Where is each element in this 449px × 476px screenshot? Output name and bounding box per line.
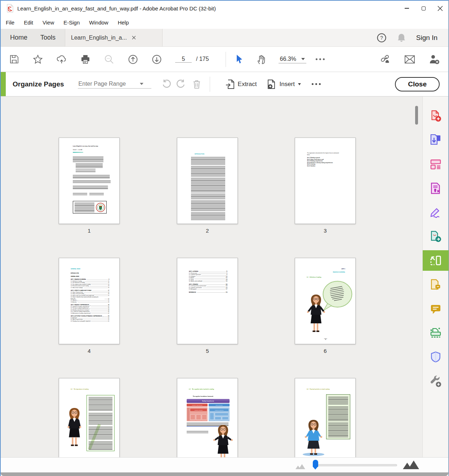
zoom-out-thumbnails-icon[interactable] — [299, 464, 305, 469]
rotate-counterclockwise-icon[interactable] — [161, 78, 172, 90]
sidebar-item-combine-files[interactable] — [423, 152, 449, 176]
toc-row: 2.6. Activities26 — [71, 301, 109, 303]
menu-view[interactable]: View — [43, 19, 54, 26]
tab-document[interactable]: Learn_English_in_a... — [65, 29, 163, 46]
thumbnail-size-slider-handle[interactable] — [313, 460, 318, 467]
page-number-input[interactable] — [175, 56, 192, 63]
select-cursor-icon[interactable] — [234, 54, 245, 65]
send-file-icon — [430, 230, 442, 243]
sidebar-item-edit-pdf[interactable] — [423, 176, 449, 200]
page-number-box: / 175 — [175, 56, 209, 63]
sidebar-item-scan-and-ocr[interactable] — [423, 321, 449, 345]
page-5-content: UNIT 5. LISTENING715.1. Pronunciation715… — [177, 258, 238, 344]
units-summary-list: The organization is documented in the ch… — [307, 152, 345, 167]
zoom-level-value: 66.3% — [280, 56, 296, 62]
teacher-character — [213, 424, 234, 457]
page-2-content: INTRODUCTION — [177, 138, 238, 224]
sidebar-item-create-pdf[interactable] — [423, 104, 449, 128]
page-thumbnail[interactable]: GENERAL INDEX INTRODUCCIÓNGENERAL INDEXU… — [59, 258, 120, 344]
cloud-upload-icon[interactable] — [56, 54, 67, 65]
sidebar-item-more-tools[interactable] — [423, 369, 449, 393]
page-thumbnail[interactable]: UNIT 5. LISTENING715.1. Pronunciation715… — [177, 258, 238, 344]
save-icon[interactable] — [9, 54, 19, 65]
menu-file[interactable]: File — [6, 19, 14, 26]
sidebar-item-organize-pages[interactable] — [423, 250, 449, 271]
legal-block — [73, 186, 108, 189]
page-range-input[interactable] — [79, 81, 140, 87]
tab-close-icon[interactable] — [132, 36, 136, 40]
delete-pages-icon[interactable] — [191, 78, 203, 90]
sign-in-button[interactable]: Sign In — [416, 34, 437, 42]
graphic-caption — [187, 431, 208, 434]
insert-icon — [267, 79, 276, 89]
page-thumbnail[interactable]: UNIT 1 READING IN GENERAL 1.1 Definition… — [295, 258, 356, 344]
minimize-icon — [405, 8, 409, 9]
page-thumbnail[interactable]: 1.4 Practical activities to teach readin… — [295, 378, 356, 457]
fill-sign-icon — [430, 206, 442, 219]
sidebar-item-protect[interactable] — [423, 345, 449, 369]
combine-files-icon — [430, 158, 442, 170]
more-tools-ellipsis[interactable] — [316, 58, 325, 60]
star-favorite-icon[interactable] — [32, 54, 43, 65]
rotate-clockwise-icon[interactable] — [175, 78, 187, 90]
sidebar-item-send-a-file[interactable] — [423, 224, 449, 248]
toc-row: 6.3. Acting game157 — [189, 288, 227, 290]
previous-page-icon[interactable] — [128, 54, 138, 65]
paragraph — [191, 166, 225, 176]
organize-pages-icon — [429, 254, 442, 267]
diagram-right-node: Word Recognition — [209, 404, 230, 407]
maximize-button[interactable] — [415, 1, 432, 16]
notifications-bell-icon[interactable] — [397, 33, 406, 43]
zoom-level-dropdown[interactable]: 66.3% — [279, 55, 306, 63]
diagram-sub-box — [222, 417, 228, 420]
svg-text:?: ? — [380, 35, 383, 41]
sidebar-item-comment[interactable] — [423, 297, 449, 321]
cognitive-framework-diagram: Reading Comprehension Language Comprehen… — [187, 399, 230, 421]
toolbar-right-group — [380, 54, 440, 65]
sidebar-item-fill-and-sign[interactable] — [423, 200, 449, 224]
zoom-in-thumbnails-icon[interactable] — [408, 461, 419, 469]
insert-button[interactable]: Insert — [267, 79, 301, 89]
section-heading: 1.4 Practical activities to teach readin… — [307, 389, 329, 390]
email-icon[interactable] — [404, 54, 415, 65]
page-thumbnail[interactable]: INTRODUCTION — [177, 138, 238, 224]
export-pdf-icon — [430, 134, 442, 146]
extract-button[interactable]: Extract — [225, 79, 257, 89]
diagram-sub-box — [190, 414, 195, 420]
tab-tools[interactable]: Tools — [34, 29, 62, 46]
close-window-button[interactable] — [432, 1, 448, 16]
close-organize-button[interactable]: Close — [395, 77, 440, 91]
menu-window[interactable]: Window — [89, 19, 108, 26]
help-icon[interactable]: ? — [377, 33, 387, 43]
page-thumbnail[interactable]: The organization is documented in the ch… — [295, 138, 356, 224]
share-with-person-icon[interactable] — [429, 54, 440, 65]
book-title: Learn English in an easy, fast and fun w… — [73, 145, 109, 147]
page-label: 4 — [59, 348, 120, 354]
credits-left — [73, 193, 87, 196]
minimize-button[interactable] — [399, 1, 415, 16]
thumbnail-size-slider-track[interactable] — [314, 464, 397, 466]
menu-esign[interactable]: E-Sign — [63, 19, 80, 26]
search-icon[interactable] — [104, 54, 115, 65]
more-organize-options-ellipsis[interactable] — [312, 83, 321, 85]
page-3-content: The organization is documented in the ch… — [295, 138, 356, 224]
page-thumbnail[interactable]: 1.2 The importance of reading — [59, 378, 120, 457]
extract-label: Extract — [238, 81, 257, 88]
share-link-icon[interactable] — [380, 54, 391, 65]
toc-row: INTRODUCCIÓN — [71, 273, 109, 274]
vertical-scrollbar-thumb[interactable] — [415, 106, 418, 125]
diagram-right-group: Alphabetic Coding Skill — [209, 407, 230, 421]
diagram-left-node: Language Comprehension — [187, 404, 208, 407]
menu-edit[interactable]: Edit — [24, 19, 33, 26]
sidebar-item-export-pdf[interactable] — [423, 128, 449, 152]
next-page-icon[interactable] — [151, 54, 162, 65]
hand-pan-icon[interactable] — [255, 54, 266, 65]
menu-help[interactable]: Help — [118, 19, 129, 26]
page-thumbnail[interactable]: Learn English in an easy, fast and fun w… — [59, 138, 120, 224]
sidebar-item-request-e-signatures[interactable] — [423, 273, 449, 297]
page-thumbnail[interactable]: 1.3 The cognitive tasks involved in read… — [177, 378, 238, 457]
print-icon[interactable] — [80, 54, 91, 65]
tab-home[interactable]: Home — [4, 29, 34, 46]
page-1-content: Learn English in an easy, fast and fun w… — [59, 138, 120, 224]
page-range-dropdown[interactable] — [78, 80, 151, 89]
